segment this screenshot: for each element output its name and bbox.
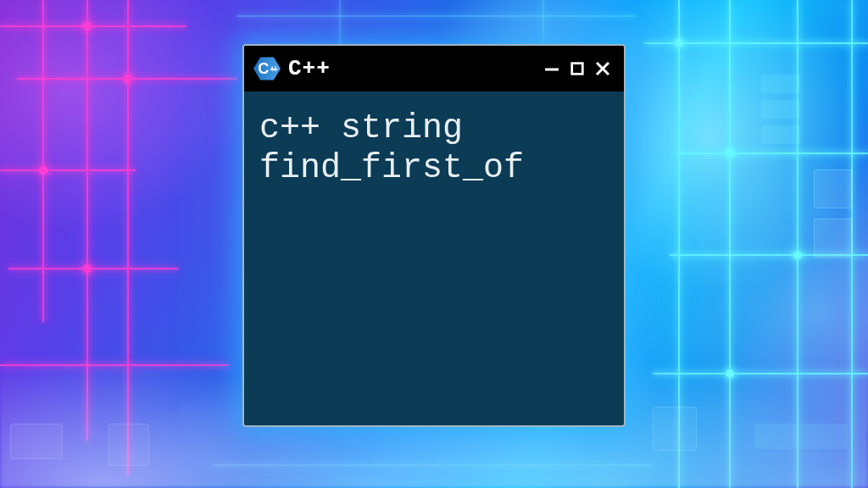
minimize-icon [543,60,560,77]
content-line-1: c++ string [259,109,463,147]
close-icon [594,60,611,77]
window-controls [542,59,612,78]
maximize-icon [570,61,585,76]
close-button[interactable] [593,59,612,78]
window-title: C++ [288,56,534,81]
maximize-button[interactable] [568,59,587,78]
content-line-2: find_first_of [259,149,524,187]
svg-rect-1 [572,64,583,75]
window-titlebar[interactable]: C++ C++ [244,46,624,92]
minimize-button[interactable] [542,59,561,78]
logo-plus: ++ [270,64,276,74]
terminal-content: c++ string find_first_of [244,92,624,425]
terminal-window: C++ C++ c++ string find_first_of [242,44,626,427]
cpp-logo-icon: C++ [253,56,281,81]
logo-letter: C [258,60,269,78]
